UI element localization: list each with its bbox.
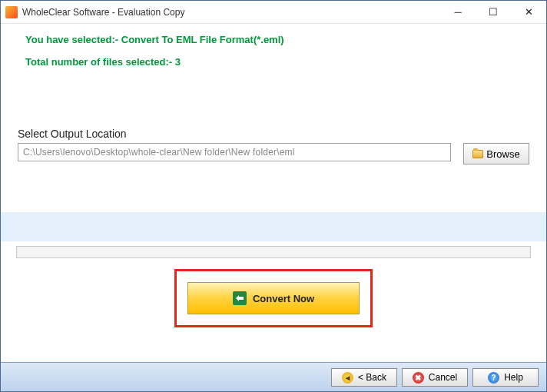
output-path-input[interactable] bbox=[18, 143, 451, 161]
help-label: Help bbox=[504, 372, 523, 383]
convert-icon bbox=[233, 291, 247, 305]
minimize-button[interactable]: ─ bbox=[440, 1, 476, 23]
help-icon: ? bbox=[488, 372, 499, 384]
folder-icon bbox=[472, 150, 483, 158]
output-row: Browse bbox=[18, 143, 529, 164]
close-button[interactable]: ✕ bbox=[511, 1, 546, 23]
cancel-label: Cancel bbox=[429, 372, 457, 383]
back-button[interactable]: ◄ < Back bbox=[331, 368, 397, 387]
maximize-button[interactable]: ☐ bbox=[476, 1, 511, 23]
browse-button[interactable]: Browse bbox=[463, 143, 529, 164]
convert-highlight-box: Convert Now bbox=[174, 269, 373, 327]
progress-bar bbox=[16, 246, 531, 258]
file-count-text: Total number of files selected:- 3 bbox=[25, 56, 529, 68]
cancel-icon: ✖ bbox=[413, 372, 424, 384]
convert-label: Convert Now bbox=[253, 293, 314, 304]
back-icon: ◄ bbox=[342, 372, 353, 384]
convert-now-button[interactable]: Convert Now bbox=[187, 282, 360, 314]
cancel-button[interactable]: ✖ Cancel bbox=[402, 368, 468, 387]
window-title: WholeClear Software - Evaluation Copy bbox=[22, 7, 440, 18]
content-area: You have selected:- Convert To EML File … bbox=[1, 24, 546, 362]
title-bar: WholeClear Software - Evaluation Copy ─ … bbox=[1, 1, 546, 24]
browse-label: Browse bbox=[486, 148, 519, 160]
footer-bar: ◄ < Back ✖ Cancel ? Help bbox=[1, 362, 546, 392]
info-strip bbox=[1, 212, 546, 241]
help-button[interactable]: ? Help bbox=[472, 368, 539, 387]
window-controls: ─ ☐ ✕ bbox=[440, 1, 546, 23]
app-icon bbox=[5, 6, 18, 18]
back-label: < Back bbox=[358, 372, 386, 383]
output-location-label: Select Output Location bbox=[18, 128, 529, 140]
selected-format-text: You have selected:- Convert To EML File … bbox=[25, 34, 529, 45]
